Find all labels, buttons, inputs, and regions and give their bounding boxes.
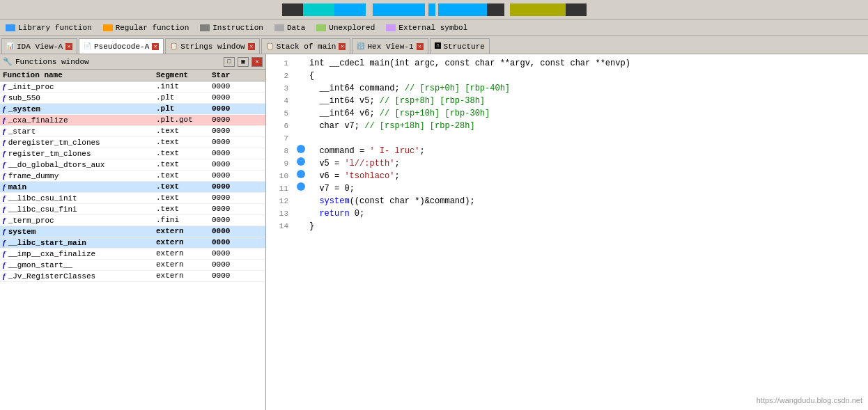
function-start: 0000 xyxy=(212,104,254,113)
function-start: 0000 xyxy=(212,116,254,125)
tab-label-ida-view: IDA View-A xyxy=(17,42,63,51)
function-segment: .init xyxy=(156,82,212,91)
table-row[interactable]: f_system.plt0000 xyxy=(0,104,265,115)
code-text: system((const char *)&command); xyxy=(309,195,475,207)
tab-hex-view[interactable]: 🔢Hex View-1✕ xyxy=(352,38,428,54)
table-row[interactable]: f__do_global_dtors_aux.text0000 xyxy=(0,159,265,171)
legend-item: Library function xyxy=(6,24,92,32)
code-part: ((const char *)&command); xyxy=(350,196,475,206)
legend-color-swatch xyxy=(6,24,15,31)
code-panel: 1int __cdecl main(int argc, const char *… xyxy=(266,54,868,410)
function-start: 0000 xyxy=(212,249,254,258)
function-start: 0000 xyxy=(212,216,254,225)
function-segment: .plt.got xyxy=(156,116,212,125)
code-line: 7 xyxy=(269,132,865,145)
table-row[interactable]: fregister_tm_clones.text0000 xyxy=(0,148,265,159)
tab-label-stack: Stack of main xyxy=(277,42,336,51)
legend-item: Instruction xyxy=(200,24,263,32)
code-part: 'l//:ptth' xyxy=(344,159,394,168)
f-icon: f xyxy=(3,260,6,269)
code-part: { xyxy=(309,71,314,81)
function-name: f_start xyxy=(3,127,156,136)
table-row[interactable]: f__imp__cxa_finalizeextern0000 xyxy=(0,249,265,260)
table-row[interactable]: f_start.text0000 xyxy=(0,126,265,137)
nav-block xyxy=(366,3,373,16)
code-part: v7 = xyxy=(309,184,344,194)
watermark: https://wangdudu.blog.csdn.net xyxy=(757,396,862,404)
legend-color-swatch xyxy=(274,24,284,31)
code-text: char v7; // [rsp+18h] [rbp-28h] xyxy=(309,120,475,132)
f-icon: f xyxy=(3,138,6,146)
function-start: 0000 xyxy=(212,93,254,102)
table-row[interactable]: fsystemextern0000 xyxy=(0,226,265,237)
table-row[interactable]: f_init_proc.init0000 xyxy=(0,81,265,93)
tab-close-ida-view[interactable]: ✕ xyxy=(65,43,72,50)
tab-close-hex-view[interactable]: ✕ xyxy=(417,43,424,50)
table-row[interactable]: fframe_dummy.text0000 xyxy=(0,171,265,182)
table-row[interactable]: f__libc_start_mainextern0000 xyxy=(0,237,265,249)
tab-structure[interactable]: 🅰Structure xyxy=(430,38,490,54)
tab-close-pseudocode[interactable]: ✕ xyxy=(152,43,159,50)
tab-ida-view[interactable]: 📊IDA View-A✕ xyxy=(1,38,77,54)
function-name: f_init_proc xyxy=(3,82,156,91)
code-text: { xyxy=(309,70,314,82)
panel-restore-btn[interactable]: □ xyxy=(224,57,235,67)
table-row[interactable]: fsub_550.plt0000 xyxy=(0,93,265,104)
table-row[interactable]: fderegister_tm_clones.text0000 xyxy=(0,137,265,148)
code-line: 10 v6 = 'tsohlaco'; xyxy=(269,170,865,182)
functions-panel-titlebar: 🔧 Functions window □ ▣ ✕ xyxy=(0,54,265,70)
code-text: v5 = 'l//:ptth'; xyxy=(309,157,400,170)
functions-list: f_init_proc.init0000fsub_550.plt0000f_sy… xyxy=(0,81,265,282)
legend-label: Instruction xyxy=(212,24,263,32)
table-row[interactable]: f__gmon_start__extern0000 xyxy=(0,260,265,271)
line-number: 11 xyxy=(269,182,288,195)
tab-close-stack[interactable]: ✕ xyxy=(339,43,346,50)
function-segment: .text xyxy=(156,149,212,158)
code-text: __int64 command; // [rsp+0h] [rbp-40h] xyxy=(309,82,510,95)
nav-visualization xyxy=(282,3,587,17)
functions-window-icon: 🔧 xyxy=(3,57,13,66)
table-row[interactable]: f_cxa_finalize.plt.got0000 xyxy=(0,115,265,126)
panel-close-btn[interactable]: ✕ xyxy=(251,57,263,67)
code-text: __int64 v5; // [rsp+8h] [rbp-38h] xyxy=(309,95,485,107)
function-name: f__libc_csu_init xyxy=(3,194,156,203)
code-text: v7 = 0; xyxy=(309,182,355,195)
line-number: 8 xyxy=(269,145,288,157)
table-row[interactable]: f__libc_csu_init.text0000 xyxy=(0,193,265,204)
table-row[interactable]: f_term_proc.fini0000 xyxy=(0,215,265,226)
tab-icon-strings: 📋 xyxy=(170,42,178,50)
function-name: fmain xyxy=(3,182,156,191)
tab-label-strings: Strings window xyxy=(180,42,245,51)
tab-strings[interactable]: 📋Strings window✕ xyxy=(165,38,259,54)
function-name: f_system xyxy=(3,104,156,113)
legend-color-swatch xyxy=(103,24,113,31)
legend-label: Library function xyxy=(18,24,92,32)
legend-item: Data xyxy=(274,24,305,32)
function-name: f__imp__cxa_finalize xyxy=(3,249,156,258)
line-number: 3 xyxy=(269,82,288,95)
function-segment: .fini xyxy=(156,216,212,225)
code-text: v6 = 'tsohlaco'; xyxy=(309,170,400,182)
function-name: fframe_dummy xyxy=(3,171,156,180)
code-part: system xyxy=(319,196,349,206)
function-segment: .text xyxy=(156,171,212,180)
table-row[interactable]: f__libc_csu_fini.text0000 xyxy=(0,204,265,215)
panel-maximize-btn[interactable]: ▣ xyxy=(238,57,249,67)
table-row[interactable]: fmain.text0000 xyxy=(0,182,265,193)
f-icon: f xyxy=(3,238,6,246)
line-number: 9 xyxy=(269,157,288,170)
f-icon: f xyxy=(3,271,6,280)
tab-pseudocode[interactable]: 📄Pseudocode-A✕ xyxy=(79,38,164,54)
table-row[interactable]: f_Jv_RegisterClassesextern0000 xyxy=(0,271,265,282)
nav-block xyxy=(504,3,510,16)
tab-label-hex-view: Hex View-1 xyxy=(367,42,413,51)
code-part: __int64 command; xyxy=(309,84,405,93)
function-name: f__do_global_dtors_aux xyxy=(3,160,156,169)
function-segment: extern xyxy=(156,238,212,247)
tab-stack[interactable]: 📋Stack of main✕ xyxy=(261,38,351,54)
content-area: 🔧 Functions window □ ▣ ✕ Function name S… xyxy=(0,54,868,410)
code-part: ; xyxy=(350,184,355,194)
function-name: f_Jv_RegisterClasses xyxy=(3,271,156,281)
tab-close-strings[interactable]: ✕ xyxy=(248,43,255,50)
line-number: 2 xyxy=(269,70,288,82)
